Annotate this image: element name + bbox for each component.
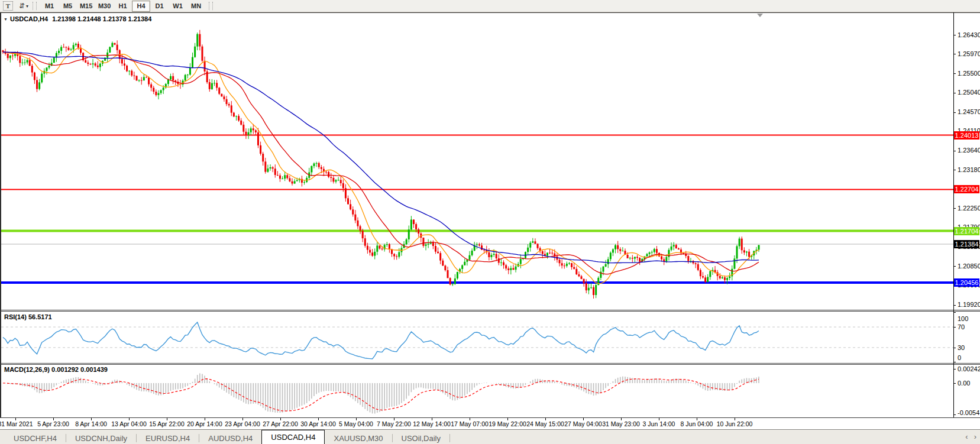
rsi-tick-label: 100 xyxy=(958,315,968,322)
tab-separator xyxy=(449,434,450,442)
chart-window-left-border xyxy=(0,12,1,417)
time-tick-label: 13 Apr 04:00 xyxy=(111,420,147,427)
tab-scroll-controls: ‹ › xyxy=(965,432,976,442)
time-tick-label: 30 Apr 14:00 xyxy=(300,420,336,427)
price-tick-label: 1.20850 xyxy=(958,262,980,270)
rsi-tick-mark xyxy=(953,362,956,362)
timeframe-mn-button[interactable]: MN xyxy=(187,1,205,12)
time-tick-label: 15 Apr 22:00 xyxy=(149,420,185,427)
rsi-panel-separator[interactable] xyxy=(0,311,980,312)
price-tick-label: 1.22250 xyxy=(958,205,980,212)
macd-indicator-label: MACD(12,26,9) 0.001292 0.001439 xyxy=(4,366,108,373)
collapse-chart-icon[interactable]: ▼ xyxy=(4,17,8,21)
price-badge: 1.21704 xyxy=(954,227,979,235)
time-tick-label: 12 May 14:00 xyxy=(413,420,451,427)
price-badge: 1.20456 xyxy=(954,278,979,287)
tab-xauusd-m30[interactable]: XAUUSD,M30 xyxy=(325,433,392,444)
timeframe-m15-button[interactable]: M15 xyxy=(77,1,95,12)
price-tick-label: 1.24570 xyxy=(958,108,980,115)
text-tool-button[interactable]: T xyxy=(1,1,13,11)
terminal-window: T ⇵ ▾ M1 M5 M15 M30 H1 H4 D1 W1 MN ▼USDC… xyxy=(0,0,980,444)
price-tick-mark xyxy=(953,305,956,306)
time-tick-label: 8 Jun 04:00 xyxy=(681,420,713,427)
tab-eurusd-h4[interactable]: EURUSD,H4 xyxy=(137,433,199,444)
price-tick-label: 1.25040 xyxy=(958,89,980,96)
time-tick-label: 24 May 15:00 xyxy=(526,420,564,427)
chart-shift-marker[interactable] xyxy=(757,14,763,17)
rsi-indicator-label: RSI(14) 56.5171 xyxy=(4,313,52,320)
tab-usdcad-h4[interactable]: USDCAD,H4 xyxy=(261,430,325,444)
rsi-tick-label: 70 xyxy=(958,323,965,330)
price-tick-label: 1.26430 xyxy=(958,31,980,38)
time-tick-label: 31 Mar 2021 xyxy=(0,420,33,427)
price-tick-mark xyxy=(953,170,956,170)
tab-usdcnh-daily[interactable]: USDCNH,Daily xyxy=(66,433,136,444)
price-tick-label: 1.19920 xyxy=(958,301,980,308)
chart-tab-bar: USDCHF,H4 USDCNH,Daily EURUSD,H4 AUDUSD,… xyxy=(0,429,980,444)
chart-title: ▼USDCAD,H41.21398 1.21448 1.21378 1.2138… xyxy=(4,15,151,22)
cycle-tool-button[interactable]: ⇵ ▾ xyxy=(14,1,28,11)
chart-canvas[interactable] xyxy=(0,12,980,417)
price-tick-mark xyxy=(953,266,956,267)
macd-tick-label: 0.002429 xyxy=(958,365,980,372)
time-tick-label: 19 May 22:00 xyxy=(489,420,526,427)
tabs-scroll-left-icon[interactable]: ‹ xyxy=(965,432,968,442)
top-toolbar: T ⇵ ▾ M1 M5 M15 M30 H1 H4 D1 W1 MN xyxy=(0,0,980,12)
time-tick-label: 10 Jun 22:00 xyxy=(717,420,753,427)
timeframe-m5-button[interactable]: M5 xyxy=(59,1,77,12)
rsi-tick-label: 30 xyxy=(958,344,965,351)
rsi-tick-label: 0 xyxy=(958,354,961,361)
macd-panel-separator[interactable] xyxy=(0,363,980,364)
rsi-tick-mark xyxy=(953,327,956,328)
time-tick-label: 5 Apr 23:00 xyxy=(37,420,69,427)
timeframe-m1-button[interactable]: M1 xyxy=(40,1,59,12)
price-tick-mark xyxy=(953,35,956,35)
macd-tick-label: -0.0054 xyxy=(958,409,979,416)
price-tick-mark xyxy=(953,54,956,54)
rsi-tick-mark xyxy=(953,348,956,348)
timeframe-w1-button[interactable]: W1 xyxy=(169,1,187,12)
time-tick-label: 8 Apr 14:00 xyxy=(75,420,107,427)
price-badge: 1.22704 xyxy=(954,185,979,193)
chart-window-top-border xyxy=(0,12,980,13)
macd-tick-label: 0.00 xyxy=(958,380,970,387)
price-tick-label: 1.23640 xyxy=(958,147,980,154)
price-tick-mark xyxy=(953,151,956,151)
chart-title-symbol: USDCAD,H4 xyxy=(10,15,48,22)
timeframe-d1-button[interactable]: D1 xyxy=(150,1,169,12)
macd-tick-mark xyxy=(953,383,956,384)
timeframe-h1-button[interactable]: H1 xyxy=(114,1,132,12)
time-tick-label: 31 May 23:00 xyxy=(602,420,640,427)
timeframe-h4-button[interactable]: H4 xyxy=(132,1,150,12)
macd-panel-separator[interactable] xyxy=(0,364,980,365)
time-tick-label: 27 May 04:00 xyxy=(564,420,602,427)
macd-tick-mark xyxy=(953,369,956,370)
time-tick-label: 7 May 22:00 xyxy=(377,420,411,427)
tab-usdchf-h4[interactable]: USDCHF,H4 xyxy=(5,433,66,444)
price-tick-mark xyxy=(953,208,956,209)
price-tick-label: 1.23180 xyxy=(958,166,980,173)
macd-tick-mark xyxy=(953,414,956,415)
time-tick-label: 17 May 07:00 xyxy=(451,420,489,427)
time-axis[interactable]: 31 Mar 20215 Apr 23:008 Apr 14:0013 Apr … xyxy=(0,418,953,429)
toolbar-separator xyxy=(209,2,213,10)
price-tick-label: 1.25500 xyxy=(958,70,980,77)
toolbar-separator xyxy=(33,2,37,10)
time-tick-label: 23 Apr 04:00 xyxy=(225,420,260,427)
tab-audusd-h4[interactable]: AUDUSD,H4 xyxy=(199,433,261,444)
price-tick-mark xyxy=(953,112,956,113)
timeframe-m30-button[interactable]: M30 xyxy=(95,1,114,12)
cycle-arrows-icon: ⇵ xyxy=(19,2,25,10)
rsi-tick-mark xyxy=(953,312,956,313)
chart-title-ohlc: 1.21398 1.21448 1.21378 1.21384 xyxy=(52,15,151,22)
tab-usoil-daily[interactable]: USOil,Daily xyxy=(393,433,449,444)
price-badge: 1.21384 xyxy=(954,240,979,248)
price-tick-label: 1.25970 xyxy=(958,50,980,57)
time-tick-label: 5 May 04:00 xyxy=(339,420,373,427)
price-badge: 1.24013 xyxy=(954,131,979,140)
price-axis[interactable]: 1.264301.259701.255001.250401.245701.241… xyxy=(953,12,980,417)
rsi-panel-separator[interactable] xyxy=(0,310,980,310)
tabs-scroll-right-icon[interactable]: › xyxy=(974,432,976,442)
time-tick-label: 20 Apr 14:00 xyxy=(187,420,222,427)
text-tool-icon: T xyxy=(3,1,13,11)
